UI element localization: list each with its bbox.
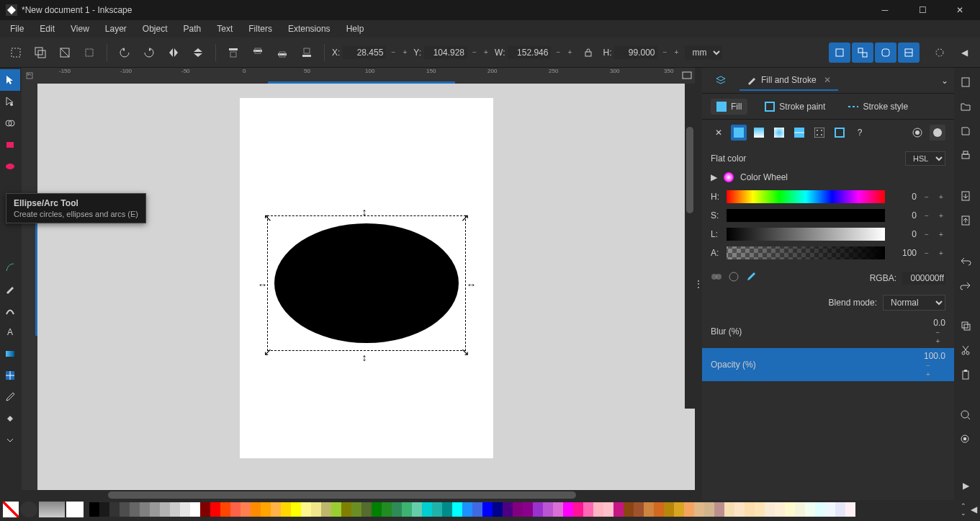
flip-h-btn[interactable] [163, 43, 184, 63]
palette-swatch[interactable] [533, 502, 543, 517]
maximize-button[interactable]: ☐ [908, 3, 937, 17]
palette-swatch[interactable] [251, 502, 261, 517]
menu-view[interactable]: View [63, 22, 96, 35]
palette-swatch[interactable] [190, 502, 200, 517]
palette-swatch[interactable] [311, 502, 321, 517]
palette-swatch[interactable] [553, 502, 563, 517]
blur-dec[interactable]: − [933, 328, 942, 337]
close-button[interactable]: ✕ [945, 3, 974, 17]
paint-mesh-btn[interactable] [791, 125, 807, 141]
palette-swatch[interactable] [664, 502, 674, 517]
y-input[interactable] [424, 46, 467, 59]
copy-btn[interactable] [954, 314, 977, 337]
palette-swatch[interactable] [603, 502, 613, 517]
pencil-tool[interactable] [0, 278, 20, 300]
palette-scroll-up[interactable]: ⌃ [961, 502, 966, 509]
ruler-horizontal[interactable]: -150 -100 -50 0 50 100 150 200 250 300 3… [37, 68, 679, 84]
palette-swatch[interactable] [301, 502, 311, 517]
palette-swatch[interactable] [382, 502, 392, 517]
affect-move-btn[interactable] [829, 43, 850, 63]
rotate-cw-btn[interactable] [139, 43, 159, 63]
menu-filters[interactable]: Filters [241, 22, 279, 35]
color-mode-select[interactable]: HSL [905, 151, 945, 166]
palette-swatch[interactable] [240, 502, 251, 517]
node-tool[interactable] [0, 91, 20, 112]
palette-swatch[interactable] [734, 502, 745, 517]
select-all-layers-btn[interactable] [30, 43, 50, 63]
palette-swatch[interactable] [170, 502, 180, 517]
palette-swatch[interactable] [331, 502, 341, 517]
palette-swatch[interactable] [432, 502, 442, 517]
palette-swatch[interactable] [140, 502, 150, 517]
dock-splitter[interactable]: ⋮ [695, 68, 702, 500]
fill-rule-nonzero-btn[interactable] [930, 125, 945, 141]
selector-tool[interactable] [0, 69, 20, 91]
palette-swatch[interactable] [150, 502, 160, 517]
palette-swatch[interactable] [361, 502, 372, 517]
palette-none[interactable] [3, 502, 19, 517]
palette-swatch[interactable] [482, 502, 493, 517]
hue-value[interactable]: 0 [891, 192, 917, 202]
menu-file[interactable]: File [3, 22, 31, 35]
palette-swatch[interactable] [624, 502, 634, 517]
sat-slider[interactable] [727, 209, 885, 222]
w-inc[interactable]: + [565, 48, 574, 57]
handle-n[interactable]: ↕ [362, 206, 371, 215]
palette-swatch[interactable] [402, 502, 412, 517]
pen-tool[interactable] [0, 257, 20, 278]
sat-inc[interactable]: + [937, 211, 945, 220]
paste-btn[interactable] [954, 363, 977, 386]
palette-swatch[interactable] [503, 502, 513, 517]
palette-swatch[interactable] [654, 502, 664, 517]
palette-swatch[interactable] [755, 502, 765, 517]
palette-swatch[interactable] [644, 502, 654, 517]
lig-inc[interactable]: + [937, 230, 945, 239]
handle-nw[interactable]: ↖ [264, 212, 272, 221]
palette-white[interactable] [66, 502, 84, 517]
color-wheel-expand[interactable]: ▶ [711, 172, 717, 182]
ruler-vertical[interactable] [22, 84, 37, 490]
h-input[interactable] [614, 46, 657, 59]
palette-swatch[interactable] [422, 502, 432, 517]
palette-swatch[interactable] [341, 502, 351, 517]
h-inc[interactable]: + [672, 48, 680, 57]
palette-swatch[interactable] [392, 502, 402, 517]
palette-swatch[interactable] [523, 502, 533, 517]
paint-flat-btn[interactable] [731, 125, 747, 141]
palette-swatch[interactable] [593, 502, 603, 517]
palette-swatch[interactable] [513, 502, 523, 517]
palette-swatch[interactable] [271, 502, 281, 517]
zoom-fit-btn[interactable] [954, 404, 977, 427]
affect-corners-btn[interactable] [875, 43, 896, 63]
palette-swatch[interactable] [109, 502, 120, 517]
menu-text[interactable]: Text [210, 22, 240, 35]
palette-swatch[interactable] [230, 502, 240, 517]
palette-menu-btn[interactable]: ◀ [971, 504, 977, 515]
palette-swatch[interactable] [321, 502, 331, 517]
palette-swatch[interactable] [825, 502, 835, 517]
palette-swatch[interactable] [281, 502, 291, 517]
palette-swatch[interactable] [160, 502, 170, 517]
lower-bottom-btn[interactable] [297, 43, 317, 63]
open-btn[interactable] [954, 95, 977, 118]
undo-btn[interactable] [954, 249, 977, 272]
minimize-button[interactable]: ─ [871, 3, 899, 17]
palette-swatch[interactable] [412, 502, 422, 517]
fill-rule-evenodd-btn[interactable] [909, 125, 925, 141]
x-inc[interactable]: + [400, 48, 409, 57]
palette-swatch[interactable] [291, 502, 301, 517]
palette-swatch[interactable] [765, 502, 775, 517]
toggle-selection-box-btn[interactable] [79, 43, 99, 63]
toolbar-menu-btn[interactable]: ◀ [954, 43, 974, 63]
sat-dec[interactable]: − [922, 211, 931, 220]
raise-top-btn[interactable] [223, 43, 243, 63]
alpha-inc[interactable]: + [937, 249, 945, 257]
palette-swatch[interactable] [372, 502, 382, 517]
palette-current-fill[interactable] [20, 502, 37, 517]
palette-swatch[interactable] [674, 502, 684, 517]
calligraphy-tool[interactable] [0, 300, 20, 321]
paint-unknown-btn[interactable]: ? [852, 125, 868, 141]
opacity-inc[interactable]: + [924, 370, 932, 378]
handle-w[interactable]: ↔ [258, 279, 266, 288]
color-picker-btn[interactable] [745, 271, 757, 285]
